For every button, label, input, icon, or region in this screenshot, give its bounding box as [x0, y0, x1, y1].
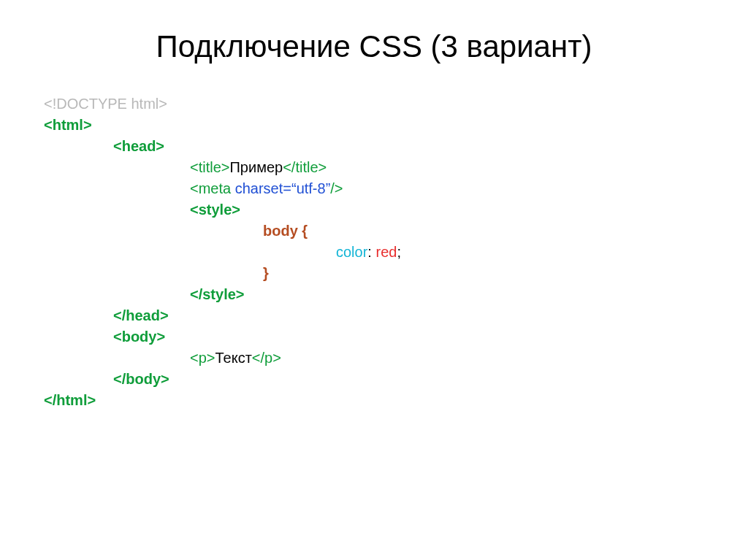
code-meta-open: <meta: [190, 180, 235, 196]
code-p-close: </p>: [252, 350, 281, 366]
code-line-meta: <meta charset=“utf-8”/>: [44, 178, 704, 199]
code-line-doctype: <!DOCTYPE html>: [44, 93, 704, 115]
code-line-css-selector: body {: [44, 220, 704, 242]
code-body-close: </body>: [113, 371, 169, 387]
code-line-css-close: }: [44, 263, 704, 284]
code-style-close: </style>: [190, 286, 245, 302]
code-block: <!DOCTYPE html> <html> <head> <title>При…: [44, 93, 704, 411]
code-head-close: </head>: [113, 307, 169, 323]
code-title-open: <title>: [190, 159, 229, 175]
slide-title: Подключение CSS (3 вариант): [44, 29, 704, 64]
code-meta-close: />: [330, 180, 343, 196]
code-line-body-close: </body>: [44, 369, 704, 390]
slide: Подключение CSS (3 вариант) <!DOCTYPE ht…: [0, 0, 748, 560]
code-line-p: <p>Текст</p>: [44, 348, 704, 369]
code-title-close: </title>: [283, 159, 327, 175]
code-html-open: <html>: [44, 117, 92, 133]
code-css-semicolon: ;: [397, 244, 401, 260]
code-html-close: </html>: [44, 392, 96, 408]
code-line-html-open: <html>: [44, 115, 704, 136]
code-body-open: <body>: [113, 329, 165, 345]
code-line-html-close: </html>: [44, 390, 704, 411]
code-css-colon: :: [367, 244, 375, 260]
code-css-selector: body {: [263, 223, 308, 239]
code-meta-attr: charset=“utf-8”: [235, 180, 331, 196]
code-line-style-open: <style>: [44, 199, 704, 220]
code-css-close-brace: }: [263, 265, 269, 281]
code-line-style-close: </style>: [44, 284, 704, 305]
code-line-head-close: </head>: [44, 305, 704, 326]
code-head-open: <head>: [113, 138, 164, 154]
code-p-open: <p>: [190, 350, 215, 366]
code-line-title: <title>Пример</title>: [44, 157, 704, 178]
code-title-text: Пример: [229, 159, 283, 175]
code-line-head-open: <head>: [44, 136, 704, 157]
code-line-body-open: <body>: [44, 326, 704, 348]
code-p-text: Текст: [215, 350, 251, 366]
code-line-css-rule: color: red;: [44, 242, 704, 263]
code-style-open: <style>: [190, 202, 240, 218]
code-css-prop: color: [336, 244, 367, 260]
code-css-value: red: [375, 244, 397, 260]
code-doctype: <!DOCTYPE html>: [44, 96, 167, 112]
